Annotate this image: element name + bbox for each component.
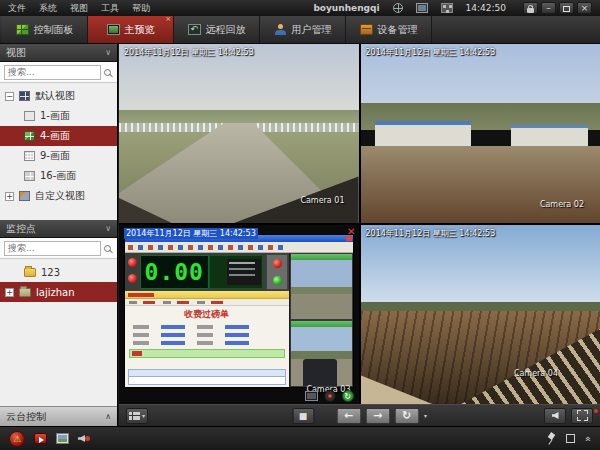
lock-button[interactable] <box>523 2 538 14</box>
fullscreen-icon <box>577 410 588 421</box>
tab-remote-playback[interactable]: ↶ 远程回放 <box>174 16 260 43</box>
form-field-row <box>133 325 281 329</box>
monitor-panel-header[interactable]: 监控点 ∨ <box>0 220 117 238</box>
speaker-icon <box>552 412 559 419</box>
tree-item-default-view[interactable]: − 默认视图 <box>0 86 117 106</box>
maximize-button[interactable] <box>559 2 574 14</box>
captured-screen: 0.00 收费过磅单 <box>124 234 354 388</box>
menu-bar: 文件 系统 视图 工具 帮助 boyunhengqi 14:42:50 – × <box>0 0 600 16</box>
menu-help[interactable]: 帮助 <box>132 2 150 15</box>
tab-user-management[interactable]: 用户管理 <box>260 16 346 43</box>
search-icon[interactable] <box>104 69 111 76</box>
tab-main-preview[interactable]: 主预览 × <box>88 16 174 43</box>
alarm-log-icon[interactable] <box>34 433 47 444</box>
layout-16-icon <box>24 171 35 181</box>
tab-label: 控制面板 <box>34 23 74 37</box>
captured-weighing-form: 收费过磅单 <box>125 291 289 387</box>
record-button[interactable] <box>324 390 336 402</box>
form-title: 收费过磅单 <box>125 308 289 321</box>
tab-close-icon[interactable]: × <box>165 16 171 23</box>
tree-item-label: 16-画面 <box>40 169 76 183</box>
weight-led-display: 0.00 <box>140 255 209 289</box>
screen-capture-icon[interactable] <box>305 391 318 401</box>
tree-item-4-screen[interactable]: 4-画面 <box>0 126 117 146</box>
fullscreen-button[interactable] <box>571 408 593 424</box>
tree-item-group-123[interactable]: 123 <box>0 262 117 282</box>
mute-button[interactable] <box>544 408 566 424</box>
osd-timestamp: 2014年11月12日 星期三 14:42:53 <box>366 47 496 58</box>
custom-view-icon <box>19 191 30 201</box>
captured-camera-thumb <box>291 321 352 386</box>
scene-treeline <box>119 110 359 123</box>
video-pane-3[interactable]: 0.00 收费过磅单 <box>119 225 359 404</box>
restore-panel-icon[interactable] <box>566 434 575 443</box>
picture-log-icon[interactable] <box>56 433 69 444</box>
close-button[interactable]: × <box>577 2 592 14</box>
video-pane-4[interactable]: 2014年11月12日 星期三 14:42:53 Camera 04 <box>361 225 600 404</box>
menu-file[interactable]: 文件 <box>8 2 26 15</box>
folder-icon <box>24 268 36 277</box>
captured-camera-column <box>289 253 353 387</box>
view-search-input[interactable] <box>4 65 101 80</box>
tab-label: 设备管理 <box>378 23 418 37</box>
next-page-button[interactable]: → <box>365 408 390 424</box>
stop-all-button[interactable]: ■ <box>292 408 314 424</box>
monitor-search-input[interactable] <box>4 241 101 256</box>
tree-item-1-screen[interactable]: 1-画面 <box>0 106 117 126</box>
preview-stage: 2014年11月12日 星期三 14:42:53 Camera 01 2014年… <box>119 44 600 426</box>
layout-4-icon <box>24 131 35 141</box>
playback-icon: ↶ <box>188 24 201 35</box>
ptz-panel-header[interactable]: 云台控制 ∧ <box>0 406 117 426</box>
ptz-panel-title: 云台控制 <box>6 410 46 424</box>
folder-icon <box>19 288 31 297</box>
audio-alarm-icon[interactable] <box>78 433 91 444</box>
scene-building <box>511 125 588 146</box>
menu-tools[interactable]: 工具 <box>101 2 119 15</box>
tree-item-custom-view[interactable]: + 自定义视图 <box>0 186 117 206</box>
caret-down-icon[interactable]: ▾ <box>424 412 427 419</box>
captured-camera-thumb <box>291 254 352 319</box>
audio-fullscreen-controls <box>544 408 593 424</box>
previous-page-button[interactable]: ← <box>336 408 361 424</box>
view-panel-header[interactable]: 视图 ∨ <box>0 44 117 62</box>
collapse-toggle[interactable]: − <box>5 92 14 101</box>
video-pane-2[interactable]: 2014年11月12日 星期三 14:42:53 Camera 02 <box>361 44 600 223</box>
video-grid: 2014年11月12日 星期三 14:42:53 Camera 01 2014年… <box>119 44 600 404</box>
network-status-icon[interactable] <box>441 3 453 13</box>
tab-device-management[interactable]: 设备管理 <box>346 16 432 43</box>
tree-item-16-screen[interactable]: 16-画面 <box>0 166 117 186</box>
form-field-row <box>133 341 281 345</box>
auto-switch-button[interactable]: ↻ <box>394 408 419 424</box>
tree-item-group-lajizhan[interactable]: + lajizhan <box>0 282 117 302</box>
maximize-icon <box>563 6 570 12</box>
menu-view[interactable]: 视图 <box>70 2 88 15</box>
tab-control-panel[interactable]: 控制面板 <box>2 16 88 43</box>
monitor-search-row <box>0 238 117 259</box>
monitor-panel-title: 监控点 <box>6 222 36 236</box>
refresh-button[interactable]: ↻ <box>342 390 354 402</box>
collapse-panel-button[interactable]: » <box>583 435 593 441</box>
search-icon[interactable] <box>104 245 111 252</box>
osd-camera-name: Camera 01 <box>300 196 344 205</box>
menu-system[interactable]: 系统 <box>39 2 57 15</box>
scene-ground <box>361 146 600 223</box>
tree-item-label: 123 <box>41 267 60 278</box>
monitor-status-icon[interactable] <box>416 3 428 13</box>
video-pane-1[interactable]: 2014年11月12日 星期三 14:42:53 Camera 01 <box>119 44 359 223</box>
alarm-event-button[interactable]: ⚠ <box>9 431 25 447</box>
globe-icon[interactable] <box>393 3 403 13</box>
tree-item-9-screen[interactable]: 9-画面 <box>0 146 117 166</box>
expand-toggle[interactable]: + <box>5 192 14 201</box>
minimize-button[interactable]: – <box>541 2 556 14</box>
pin-icon[interactable] <box>546 433 556 445</box>
scene-treeline <box>361 302 600 311</box>
expand-toggle[interactable]: + <box>5 288 14 297</box>
red-lamp-icon <box>128 258 137 267</box>
pane-close-button[interactable]: ✕ <box>347 226 355 237</box>
osd-camera-name: Camera 02 <box>540 200 584 209</box>
layout-grid-icon <box>129 412 140 420</box>
preview-monitor-icon <box>107 24 120 35</box>
status-bar: ⚠ » <box>0 426 600 450</box>
layout-select-button[interactable]: ▾ <box>126 408 148 424</box>
caret-down-icon: ▾ <box>142 412 145 419</box>
